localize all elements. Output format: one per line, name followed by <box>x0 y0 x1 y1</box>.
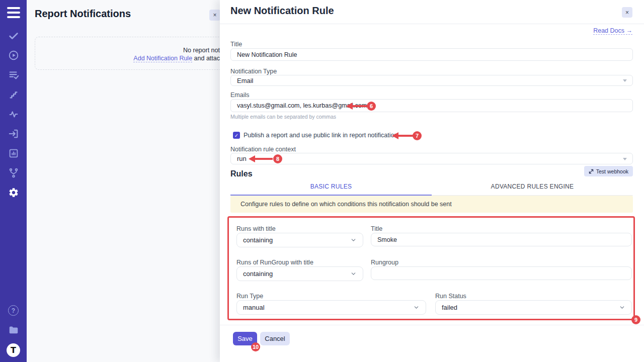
branch-icon[interactable] <box>8 167 19 178</box>
check-icon[interactable] <box>8 30 19 41</box>
context-select[interactable]: run <box>230 153 633 164</box>
annotation-badge-10: 10 <box>251 342 260 351</box>
emails-input[interactable] <box>230 99 633 112</box>
steps-icon[interactable] <box>8 88 19 100</box>
report-notifications-panel: Report Notifications × No report not Add… <box>27 0 220 362</box>
menu-icon[interactable] <box>7 7 20 18</box>
annotation-arrow-7 <box>391 132 414 140</box>
cancel-button[interactable]: Cancel <box>260 332 290 345</box>
close-icon[interactable]: × <box>622 7 632 18</box>
emails-helper-text: Multiple emails can be separated by comm… <box>230 114 336 120</box>
chevron-down-icon <box>413 304 420 311</box>
bar-chart-icon[interactable] <box>8 147 19 159</box>
close-icon[interactable]: × <box>209 10 220 21</box>
logo[interactable]: T <box>7 343 20 357</box>
rule-title-label: Title <box>371 225 382 232</box>
sidebar: ? T <box>0 0 27 362</box>
folder-icon[interactable] <box>8 324 19 335</box>
rungroup-input[interactable] <box>371 266 632 280</box>
new-notification-rule-panel: New Notification Rule × Read Docs → Titl… <box>220 0 644 362</box>
rules-info-banner: Configure rules to define on which condi… <box>230 196 633 213</box>
sign-in-icon[interactable] <box>8 128 19 139</box>
rule-title-input[interactable] <box>371 233 632 246</box>
read-docs-link[interactable]: Read Docs → <box>593 27 632 35</box>
run-type-value: manual <box>243 304 265 311</box>
rules-heading: Rules <box>230 169 253 178</box>
run-status-value: failed <box>442 304 457 311</box>
notification-type-value: Email <box>237 77 254 84</box>
panel-title: New Notification Rule <box>230 5 334 17</box>
annotation-badge-9: 9 <box>631 315 640 324</box>
test-arrows-icon <box>589 169 594 174</box>
runs-with-title-label: Runs with title <box>236 225 276 232</box>
tab-advanced-rules-engine[interactable]: ADVANCED RULES ENGINE <box>432 180 633 196</box>
rungroup-with-title-select[interactable]: containing <box>236 266 363 281</box>
tab-basic-rules[interactable]: BASIC RULES <box>230 180 432 196</box>
notification-type-select[interactable]: Email <box>230 75 633 86</box>
emails-label: Emails <box>230 92 250 99</box>
chevron-down-icon <box>350 270 357 277</box>
add-notification-rule-link[interactable]: Add Notification Rule <box>133 55 192 62</box>
publish-checkbox[interactable]: ✓ <box>233 132 240 139</box>
publish-checkbox-row: ✓ Publish a report and use public link i… <box>233 132 397 139</box>
footer-divider <box>220 325 644 325</box>
empty-state-line1: No report not <box>37 46 220 54</box>
activity-icon[interactable] <box>8 108 19 120</box>
run-status-label: Run Status <box>435 293 466 300</box>
chevron-down-icon <box>623 79 627 82</box>
annotation-badge-8: 8 <box>273 154 282 163</box>
rungroup-with-title-label: Runs of RunGroup with title <box>236 259 313 266</box>
annotation-arrow-6 <box>345 102 368 110</box>
annotation-badge-7: 7 <box>413 131 422 140</box>
runs-with-title-value: containing <box>243 236 273 244</box>
help-icon[interactable]: ? <box>8 305 19 316</box>
title-label: Title <box>230 41 242 48</box>
panel-header: New Notification Rule × <box>220 0 644 24</box>
context-value: run <box>237 155 247 162</box>
play-circle-icon[interactable] <box>8 49 19 61</box>
context-label: Notification rule context <box>230 146 296 153</box>
annotation-badge-6: 6 <box>367 102 376 111</box>
chevron-down-icon <box>350 237 357 243</box>
title-input[interactable] <box>230 48 633 61</box>
chevron-down-icon <box>619 304 625 311</box>
gear-icon[interactable] <box>8 187 19 198</box>
annotation-arrow-8 <box>248 155 273 163</box>
empty-state-line2: and attac <box>192 55 220 62</box>
runs-with-title-select[interactable]: containing <box>236 233 363 247</box>
test-webhook-button[interactable]: Test webhook <box>584 166 633 176</box>
rungroup-with-title-value: containing <box>243 270 273 278</box>
rungroup-label: Rungroup <box>371 259 398 266</box>
rules-tabs: BASIC RULES ADVANCED RULES ENGINE <box>230 180 633 196</box>
run-status-select[interactable]: failed <box>435 300 632 315</box>
chevron-down-icon <box>623 158 627 160</box>
run-type-label: Run Type <box>236 293 263 300</box>
empty-state-text: No report not Add Notification Rule and … <box>37 46 220 62</box>
notification-type-label: Notification Type <box>230 68 277 75</box>
test-webhook-label: Test webhook <box>596 168 628 174</box>
publish-checkbox-label: Publish a report and use public link in … <box>244 132 397 139</box>
run-type-select[interactable]: manual <box>236 300 426 315</box>
list-check-icon[interactable] <box>8 69 19 80</box>
page-title: Report Notifications <box>35 8 131 20</box>
annotation-box-rules: Runs with title containing Title Runs of… <box>227 216 635 320</box>
